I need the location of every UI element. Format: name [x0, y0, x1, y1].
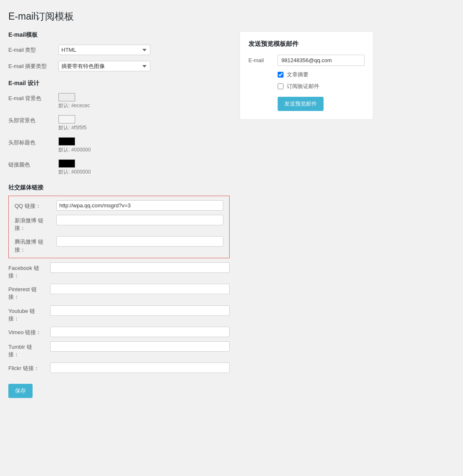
article-summary-checkbox-label: 文章摘要 [287, 71, 309, 78]
header-title-color-swatch[interactable] [58, 137, 75, 146]
facebook-input[interactable] [50, 262, 230, 273]
bg-color-swatch[interactable] [58, 93, 75, 101]
social-highlighted-box: QQ 链接： 新浪微博 链接： 腾讯微博 链接： [8, 196, 230, 258]
email-design-title: E-mail 设计 [8, 80, 230, 87]
email-template-title: E-mail模板 [8, 31, 230, 39]
flickr-label: Flickr 链接： [8, 363, 50, 372]
facebook-label: Facebook 链接： [8, 262, 50, 280]
bg-color-label: E-mail 背景色 [8, 93, 58, 102]
subscription-verify-checkbox-label: 订阅验证邮件 [287, 83, 319, 90]
flickr-input[interactable] [50, 363, 230, 373]
email-type-select[interactable]: HTML Text [58, 45, 150, 55]
header-title-default: 默认: #000000 [58, 146, 230, 154]
weibo-tencent-label: 腾讯微博 链接： [15, 236, 56, 253]
email-type-label: E-mail 类型 [8, 45, 58, 54]
qq-link-input[interactable] [56, 200, 223, 211]
weibo-sina-label: 新浪微博 链接： [15, 215, 56, 232]
vimeo-input[interactable] [50, 327, 230, 337]
article-summary-checkbox[interactable] [278, 72, 283, 78]
header-bg-swatch[interactable] [58, 115, 75, 123]
bg-color-default: 默认: #ececec [58, 102, 230, 109]
header-bg-label: 头部背景色 [8, 115, 58, 124]
tumblr-label: Tumblr 链接： [8, 341, 50, 358]
qq-link-label: QQ 链接： [15, 200, 56, 210]
weibo-sina-input[interactable] [56, 215, 223, 225]
header-bg-default: 默认: #f5f5f5 [58, 124, 230, 131]
email-summary-label: E-mail 摘要类型 [8, 61, 58, 70]
social-media-title: 社交媒体链接 [8, 184, 230, 191]
link-color-label: 链接颜色 [8, 159, 58, 169]
weibo-tencent-input[interactable] [56, 236, 223, 247]
header-title-color-label: 头部标题色 [8, 137, 58, 146]
preview-email-input[interactable] [278, 55, 364, 66]
pinterest-input[interactable] [50, 284, 230, 294]
link-color-default: 默认: #000000 [58, 169, 230, 176]
link-color-swatch[interactable] [58, 159, 75, 168]
youtube-input[interactable] [50, 305, 230, 316]
send-preview-button[interactable]: 发送预览邮件 [278, 97, 324, 111]
page-title: E-mail订阅模板 [8, 10, 455, 23]
pinterest-label: Pinterest 链接： [8, 284, 50, 301]
tumblr-input[interactable] [50, 341, 230, 352]
youtube-label: Youtube 链接： [8, 305, 50, 322]
vimeo-label: Vimeo 链接： [8, 327, 50, 336]
subscription-verify-checkbox[interactable] [278, 83, 283, 89]
preview-panel: 发送预览模板邮件 E-mail 文章摘要 订阅验证邮件 发送预览邮件 [240, 31, 373, 120]
preview-email-label: E-mail [248, 57, 278, 63]
preview-panel-title: 发送预览模板邮件 [248, 40, 364, 48]
email-summary-select[interactable]: 摘要带有特色图像 纯文字摘要 [58, 61, 150, 71]
save-button[interactable]: 保存 [8, 384, 33, 398]
